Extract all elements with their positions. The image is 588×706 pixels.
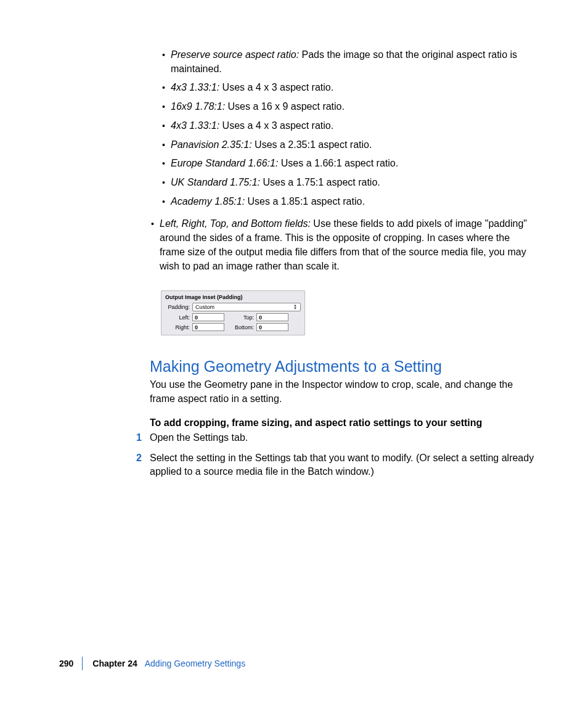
footer-divider bbox=[82, 657, 83, 670]
panel-title: Output Image Inset (Padding) bbox=[165, 294, 301, 300]
term: 16x9 1.78:1: bbox=[171, 101, 225, 112]
term: 4x3 1.33:1: bbox=[171, 82, 219, 92]
list-item: Academy 1.85:1: Uses a 1.85:1 aspect rat… bbox=[171, 195, 535, 209]
padding-value: Custom bbox=[195, 304, 214, 310]
list-item: 4x3 1.33:1: Uses a 4 x 3 aspect ratio. bbox=[171, 119, 535, 133]
description: Uses a 4 x 3 aspect ratio. bbox=[219, 120, 333, 131]
left-label: Left: bbox=[165, 314, 192, 321]
term: Europe Standard 1.66:1: bbox=[171, 158, 278, 168]
list-item: Europe Standard 1.66:1: Uses a 1.66:1 as… bbox=[171, 157, 535, 171]
step-item: 2Select the setting in the Settings tab … bbox=[150, 451, 535, 479]
page-content: Preserve source aspect ratio: Pads the i… bbox=[150, 48, 535, 485]
bottom-label: Bottom: bbox=[233, 324, 256, 330]
chapter-label: Chapter 24 bbox=[92, 659, 137, 668]
list-item: Preserve source aspect ratio: Pads the i… bbox=[171, 48, 535, 76]
padding-dropdown[interactable]: Custom ▲▼ bbox=[192, 303, 301, 311]
step-number: 1 bbox=[136, 431, 142, 445]
page-footer: 290 Chapter 24 Adding Geometry Settings bbox=[59, 657, 245, 670]
step-number: 2 bbox=[136, 451, 142, 466]
description: Uses a 16 x 9 aspect ratio. bbox=[225, 101, 345, 112]
term: Academy 1.85:1: bbox=[171, 196, 245, 207]
left-field[interactable]: 0 bbox=[192, 313, 224, 321]
top-field[interactable]: 0 bbox=[256, 313, 288, 321]
section-body: You use the Geometry pane in the Inspect… bbox=[150, 378, 535, 406]
term: 4x3 1.33:1: bbox=[171, 120, 219, 131]
description: Uses a 4 x 3 aspect ratio. bbox=[219, 82, 333, 92]
step-text: Select the setting in the Settings tab t… bbox=[150, 453, 534, 477]
section-heading: Making Geometry Adjustments to a Setting bbox=[150, 358, 535, 376]
left-top-row: Left: 0 Top: 0 bbox=[165, 313, 301, 321]
document-page: Preserve source aspect ratio: Pads the i… bbox=[0, 0, 588, 706]
top-label: Top: bbox=[233, 314, 256, 321]
output-image-inset-panel: Output Image Inset (Padding) Padding: Cu… bbox=[161, 290, 305, 335]
term: Preserve source aspect ratio: bbox=[171, 49, 299, 60]
procedure-lead: To add cropping, frame sizing, and aspec… bbox=[150, 417, 535, 429]
step-text: Open the Settings tab. bbox=[150, 432, 248, 443]
aspect-ratio-list: Preserve source aspect ratio: Pads the i… bbox=[150, 48, 535, 208]
procedure-steps: 1Open the Settings tab. 2Select the sett… bbox=[150, 431, 535, 479]
list-item: 4x3 1.33:1: Uses a 4 x 3 aspect ratio. bbox=[171, 81, 535, 95]
padding-label: Padding: bbox=[165, 304, 192, 310]
term: Panavision 2.35:1: bbox=[171, 139, 252, 150]
term: UK Standard 1.75:1: bbox=[171, 177, 260, 187]
description: Uses a 1.66:1 aspect ratio. bbox=[278, 158, 398, 168]
term: Left, Right, Top, and Bottom fields: bbox=[160, 218, 311, 229]
step-item: 1Open the Settings tab. bbox=[150, 431, 535, 445]
list-item: Panavision 2.35:1: Uses a 2.35:1 aspect … bbox=[171, 138, 535, 152]
right-label: Right: bbox=[165, 324, 192, 330]
description: Uses a 1.75:1 aspect ratio. bbox=[260, 177, 380, 187]
padding-row: Padding: Custom ▲▼ bbox=[165, 303, 301, 311]
list-item: Left, Right, Top, and Bottom fields: Use… bbox=[160, 217, 535, 273]
list-item: 16x9 1.78:1: Uses a 16 x 9 aspect ratio. bbox=[171, 100, 535, 114]
description: Uses a 1.85:1 aspect ratio. bbox=[245, 196, 365, 207]
chapter-title: Adding Geometry Settings bbox=[145, 659, 245, 668]
right-field[interactable]: 0 bbox=[192, 323, 224, 331]
bottom-field[interactable]: 0 bbox=[256, 323, 288, 331]
list-item: UK Standard 1.75:1: Uses a 1.75:1 aspect… bbox=[171, 176, 535, 190]
chevron-up-down-icon: ▲▼ bbox=[293, 304, 298, 310]
right-bottom-row: Right: 0 Bottom: 0 bbox=[165, 323, 301, 331]
page-number: 290 bbox=[59, 659, 73, 668]
padding-fields-list: Left, Right, Top, and Bottom fields: Use… bbox=[150, 217, 535, 273]
description: Uses a 2.35:1 aspect ratio. bbox=[252, 139, 372, 150]
